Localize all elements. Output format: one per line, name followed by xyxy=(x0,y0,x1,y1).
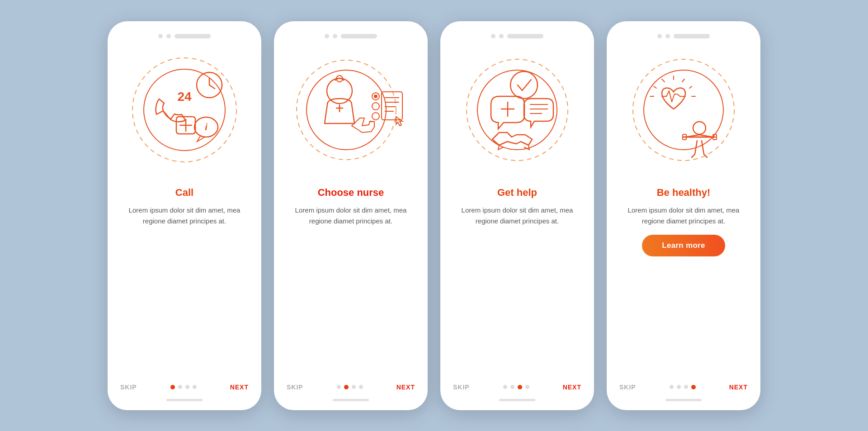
svg-point-35 xyxy=(644,70,723,150)
call-title: Call xyxy=(175,187,193,199)
notch-bar xyxy=(341,34,377,38)
notch-dot xyxy=(166,34,171,38)
call-nav-dots xyxy=(170,385,197,389)
nav-dot-1 xyxy=(170,385,175,389)
home-bar-2 xyxy=(333,399,369,401)
notch-dot xyxy=(665,34,670,38)
phone-get-help: Get help Lorem ipsum dolor sit dim amet,… xyxy=(440,21,594,410)
notch-dot xyxy=(333,34,337,38)
notch-dot xyxy=(657,34,662,38)
nav-dot-1 xyxy=(670,385,674,389)
svg-line-4 xyxy=(209,85,215,89)
svg-point-28 xyxy=(510,71,538,99)
svg-point-18 xyxy=(374,95,377,98)
phone-notch-3 xyxy=(491,34,543,38)
svg-rect-21 xyxy=(382,92,402,120)
notch-bar xyxy=(674,34,710,38)
nurse-nav-dots xyxy=(337,385,363,389)
svg-point-34 xyxy=(633,59,734,161)
svg-point-27 xyxy=(477,70,557,150)
svg-text:24: 24 xyxy=(177,90,192,104)
svg-line-37 xyxy=(682,79,684,82)
notch-dot xyxy=(491,34,495,38)
svg-line-40 xyxy=(689,86,692,88)
phone-notch-4 xyxy=(657,34,710,38)
nurse-skip-button[interactable]: SKIP xyxy=(287,384,303,391)
phone-be-healthy: Be healthy! Lorem ipsum dolor sit dim am… xyxy=(607,21,760,410)
nurse-nav: SKIP NEXT xyxy=(274,384,428,391)
healthy-desc: Lorem ipsum dolor sit dim amet, mea regi… xyxy=(607,205,760,227)
nav-dot-3 xyxy=(185,385,189,389)
phone-notch-1 xyxy=(158,34,211,38)
help-nav: SKIP NEXT xyxy=(440,384,594,391)
nav-dot-4 xyxy=(691,385,696,389)
help-title: Get help xyxy=(497,187,537,199)
phone-choose-nurse: Choose nurse Lorem ipsum dolor sit dim a… xyxy=(274,21,428,410)
healthy-nav-dots xyxy=(670,385,696,389)
svg-point-0 xyxy=(132,58,236,162)
home-bar-1 xyxy=(166,399,203,401)
nav-dot-2 xyxy=(344,385,349,389)
nav-dot-2 xyxy=(677,385,681,389)
help-nav-dots xyxy=(503,385,529,389)
nav-dot-1 xyxy=(337,385,341,389)
home-bar-4 xyxy=(665,399,702,401)
nurse-desc: Lorem ipsum dolor sit dim amet, mea regi… xyxy=(274,205,428,227)
svg-point-19 xyxy=(372,103,379,110)
notch-bar xyxy=(507,34,543,38)
svg-line-39 xyxy=(654,86,656,88)
learn-more-button[interactable]: Learn more xyxy=(642,235,725,256)
svg-text:i: i xyxy=(205,122,208,132)
help-skip-button[interactable]: SKIP xyxy=(453,384,470,391)
svg-point-20 xyxy=(372,113,379,120)
notch-dot xyxy=(499,34,504,38)
nav-dot-2 xyxy=(510,385,514,389)
nav-dot-3 xyxy=(518,385,522,389)
healthy-title: Be healthy! xyxy=(657,187,711,199)
healthy-skip-button[interactable]: SKIP xyxy=(619,384,636,391)
call-next-button[interactable]: NEXT xyxy=(230,384,249,391)
nav-dot-1 xyxy=(503,385,507,389)
nurse-illustration xyxy=(292,47,410,182)
healthy-next-button[interactable]: NEXT xyxy=(729,384,748,391)
nav-dot-3 xyxy=(352,385,356,389)
nav-dot-4 xyxy=(193,385,197,389)
nurse-title: Choose nurse xyxy=(318,187,384,199)
help-illustration xyxy=(458,47,576,182)
nav-dot-2 xyxy=(178,385,182,389)
call-desc: Lorem ipsum dolor sit dim amet, mea regi… xyxy=(108,205,261,227)
home-bar-3 xyxy=(499,399,535,401)
nav-dot-4 xyxy=(359,385,363,389)
help-desc: Lorem ipsum dolor sit dim amet, mea regi… xyxy=(440,205,594,227)
svg-line-38 xyxy=(662,79,665,82)
healthy-illustration xyxy=(625,47,742,182)
nav-dot-4 xyxy=(525,385,529,389)
notch-bar xyxy=(175,34,211,38)
call-skip-button[interactable]: SKIP xyxy=(120,384,137,391)
nurse-next-button[interactable]: NEXT xyxy=(396,384,415,391)
call-nav: SKIP NEXT xyxy=(108,384,261,391)
notch-dot xyxy=(158,34,163,38)
help-next-button[interactable]: NEXT xyxy=(563,384,581,391)
svg-point-43 xyxy=(693,122,706,134)
healthy-nav: SKIP NEXT xyxy=(607,384,760,391)
phone-call: 24 i Call Lorem ipsum dolor sit dim amet… xyxy=(108,21,261,410)
nav-dot-3 xyxy=(684,385,688,389)
phone-notch-2 xyxy=(325,34,377,38)
call-illustration: 24 i xyxy=(126,47,243,182)
notch-dot xyxy=(325,34,329,38)
svg-point-26 xyxy=(467,59,568,161)
phones-container: 24 i Call Lorem ipsum dolor sit dim amet… xyxy=(108,21,760,410)
